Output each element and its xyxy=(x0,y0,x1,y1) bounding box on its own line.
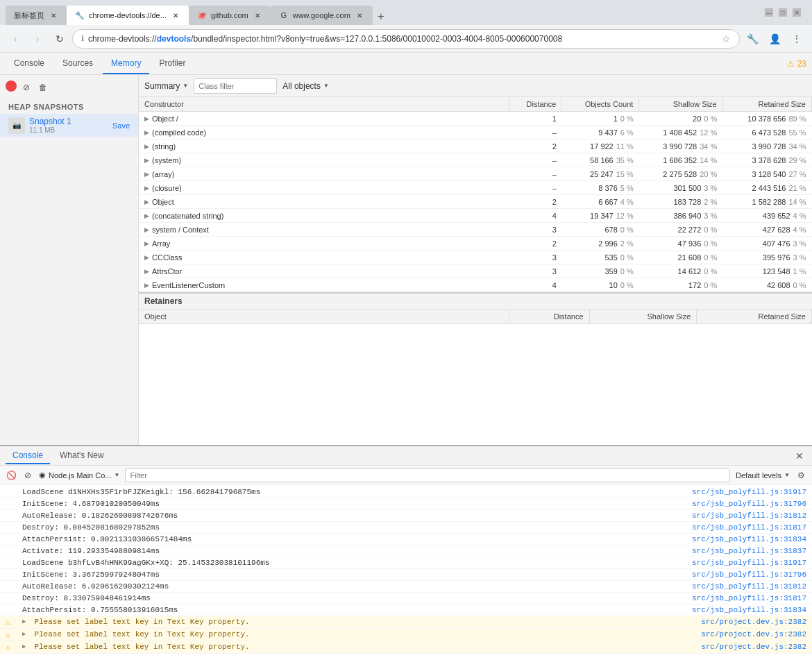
tab-sources[interactable]: Sources xyxy=(54,53,101,74)
close-button[interactable]: ✕ xyxy=(793,8,801,17)
console-tab-whatsnew[interactable]: What's New xyxy=(53,448,111,464)
table-row[interactable]: ▶ (closure) – 8 3765 % 301 5003 % 2 443 … xyxy=(139,181,812,195)
reload-button[interactable]: ↻ xyxy=(50,29,69,49)
extensions-button[interactable]: 🔧 xyxy=(743,29,762,49)
tab-close-3[interactable]: ✕ xyxy=(253,10,262,20)
log-source[interactable]: src/jsb_polyfill.js:31817 xyxy=(692,523,806,532)
menu-button[interactable]: ⋮ xyxy=(787,29,806,49)
cell-shallow: 3 990 72834 % xyxy=(639,139,722,153)
forward-button[interactable]: › xyxy=(28,29,47,49)
cell-shallow: 1 408 45212 % xyxy=(639,126,722,139)
class-filter-input[interactable] xyxy=(194,78,277,94)
table-row[interactable]: ▶ Object 2 6 6674 % 183 7282 % 1 582 288… xyxy=(139,195,812,209)
console-clear-button[interactable]: 🚫 xyxy=(6,470,17,481)
col-retained: Retained Size xyxy=(722,97,811,112)
tab-google[interactable]: G www.google.com ✕ xyxy=(271,6,373,25)
cell-objects-count: 10 % xyxy=(562,112,639,126)
clear-button[interactable]: ⊘ xyxy=(19,81,33,94)
browser-titlebar: 新标签页 ✕ 🔧 chrome-devtools://de... ✕ 🐙 git… xyxy=(0,0,812,25)
new-tab-button[interactable]: + xyxy=(373,8,389,25)
log-text: AttachPersist: 0.002113103866571484ms xyxy=(22,535,684,543)
ret-col-shallow: Shallow Size xyxy=(589,310,697,324)
table-row[interactable]: ▶ (system) – 58 16635 % 1 686 35214 % 3 … xyxy=(139,153,812,167)
log-source[interactable]: src/jsb_polyfill.js:31834 xyxy=(692,535,806,543)
devtools-icon: 🔧 xyxy=(75,10,85,20)
log-source[interactable]: src/project.dev.js:2382 xyxy=(695,630,806,638)
back-button[interactable]: ‹ xyxy=(6,29,25,49)
table-row[interactable]: ▶ Array 2 2 9962 % 47 9360 % 407 4763 % xyxy=(139,237,812,251)
tab-new[interactable]: 新标签页 ✕ xyxy=(6,6,67,25)
view-select[interactable]: Summary ▼ xyxy=(144,81,188,91)
table-row[interactable]: ▶ EventListenerCustom 4 100 % 1720 % 42 … xyxy=(139,278,812,292)
address-bar[interactable]: ℹ chrome-devtools://devtools/bundled/ins… xyxy=(72,29,740,49)
address-text: chrome-devtools://devtools/bundled/inspe… xyxy=(88,34,718,44)
heap-table-scroll[interactable]: Constructor Distance Objects Count Shall… xyxy=(139,97,812,292)
snapshot-icon: 📷 xyxy=(8,117,25,134)
expand-icon: ▶ xyxy=(144,198,149,205)
tab-memory[interactable]: Memory xyxy=(103,53,149,74)
cell-retained: 42 6080 % xyxy=(722,278,811,292)
sidebar-snapshot-1[interactable]: 📷 Snapshot 1 11.1 MB Save xyxy=(0,114,138,137)
sidebar-toolbar: ⊘ 🗑 xyxy=(0,81,138,100)
minimize-button[interactable]: — xyxy=(765,8,773,17)
console-settings-button[interactable]: ⚙ xyxy=(795,470,806,481)
expand-icon: ▶ xyxy=(144,115,149,122)
ret-col-retained: Retained Size xyxy=(697,310,812,324)
tab-console[interactable]: Console xyxy=(6,53,53,74)
tab-label-devtools: chrome-devtools://de... xyxy=(89,11,167,19)
maximize-button[interactable]: □ xyxy=(779,8,787,17)
table-row[interactable]: ▶ CCClass 3 5350 % 21 6080 % 395 9763 % xyxy=(139,251,812,264)
table-row[interactable]: ▶ (string) 2 17 92211 % 3 990 72834 % 3 … xyxy=(139,139,812,153)
table-row[interactable]: ▶ AttrsCtor 3 3590 % 14 6120 % 123 5481 … xyxy=(139,264,812,278)
table-row[interactable]: ▶ Object / 1 10 % 200 % 10 378 65689 % xyxy=(139,112,812,126)
cell-objects-count: 17 92211 % xyxy=(562,139,639,153)
save-snapshot-button[interactable]: Save xyxy=(112,121,130,130)
log-source[interactable]: src/jsb_polyfill.js:31837 xyxy=(692,547,806,555)
retainers-label: Retainers xyxy=(139,294,812,310)
log-source[interactable]: src/project.dev.js:2382 xyxy=(695,643,806,651)
log-source[interactable]: src/jsb_polyfill.js:31812 xyxy=(692,582,806,591)
console-tab-console[interactable]: Console xyxy=(6,448,50,464)
delete-button[interactable]: 🗑 xyxy=(36,81,50,94)
table-row[interactable]: ▶ (compiled code) – 9 4376 % 1 408 45212… xyxy=(139,126,812,139)
log-source[interactable]: src/jsb_polyfill.js:31834 xyxy=(692,606,806,614)
tab-close-2[interactable]: ✕ xyxy=(171,10,180,20)
tab-close-4[interactable]: ✕ xyxy=(355,10,364,20)
record-button[interactable] xyxy=(6,81,17,92)
tab-github[interactable]: 🐙 github.com ✕ xyxy=(189,6,271,25)
tab-close-1[interactable]: ✕ xyxy=(49,10,58,20)
log-source[interactable]: src/jsb_polyfill.js:31812 xyxy=(692,511,806,520)
expand-icon: ▶ xyxy=(144,185,149,192)
log-source[interactable]: src/jsb_polyfill.js:31796 xyxy=(692,500,806,508)
console-close-button[interactable]: ✕ xyxy=(793,449,806,463)
context-select[interactable]: ◉ Node.js Main Co... ▼ xyxy=(39,471,119,480)
console-filter-input[interactable] xyxy=(125,468,730,482)
expand-icon: ▶ xyxy=(144,254,149,261)
cell-constructor: ▶ system / Context xyxy=(139,223,509,237)
tab-devtools[interactable]: 🔧 chrome-devtools://de... ✕ xyxy=(67,6,189,25)
log-source[interactable]: src/jsb_polyfill.js:31796 xyxy=(692,570,806,579)
table-row[interactable]: ▶ (concatenated string) 4 19 34712 % 386… xyxy=(139,209,812,223)
context-dropdown-arrow: ▼ xyxy=(114,472,119,478)
log-source[interactable]: src/jsb_polyfill.js:31917 xyxy=(692,559,806,567)
objects-select[interactable]: All objects ▼ xyxy=(282,81,329,91)
view-dropdown-arrow: ▼ xyxy=(183,83,188,89)
log-text: Please set label text key in Text Key pr… xyxy=(34,643,687,651)
level-select[interactable]: Default levels ▼ xyxy=(736,471,790,480)
cell-shallow: 47 9360 % xyxy=(639,237,722,251)
table-row[interactable]: ▶ (array) – 25 24715 % 2 275 52820 % 3 1… xyxy=(139,167,812,181)
log-text: Activate: 119.29335498809814ms xyxy=(22,547,684,555)
profile-button[interactable]: 👤 xyxy=(765,29,784,49)
bookmark-icon[interactable]: ☆ xyxy=(722,33,731,44)
console-toggle-button[interactable]: ⊘ xyxy=(22,470,33,481)
cell-objects-count: 58 16635 % xyxy=(562,153,639,167)
log-source[interactable]: src/jsb_polyfill.js:31817 xyxy=(692,594,806,602)
log-source[interactable]: src/jsb_polyfill.js:31917 xyxy=(692,488,806,496)
table-container: Constructor Distance Objects Count Shall… xyxy=(139,97,812,445)
tab-profiler[interactable]: Profiler xyxy=(151,53,194,74)
cell-distance: 4 xyxy=(509,278,562,292)
console-log-area[interactable]: LoadScene d1NHXHs35F1rbFJZKeigkl: 156.66… xyxy=(0,485,812,660)
log-source[interactable]: src/project.dev.js:2382 xyxy=(695,618,806,626)
log-entry: Activate: 119.29335498809814ms src/jsb_p… xyxy=(0,545,812,557)
table-row[interactable]: ▶ system / Context 3 6780 % 22 2720 % 42… xyxy=(139,223,812,237)
